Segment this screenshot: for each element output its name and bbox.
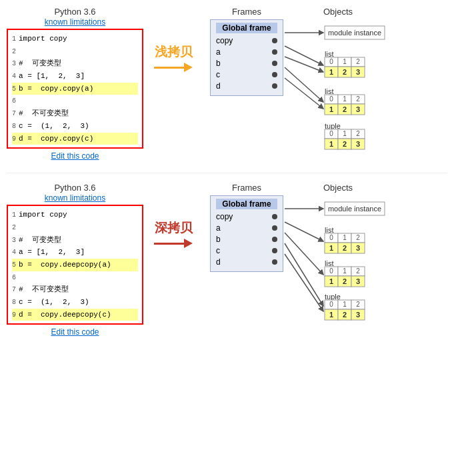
svg-text:3: 3 [356,68,360,76]
code-panel-deep: Python 3.6 known limitations 1import cop… [7,183,143,337]
svg-text:list: list [325,259,333,267]
code-line-d1: 1import copy [12,209,138,221]
svg-text:module instance: module instance [328,29,381,37]
edit-code-link-shallow[interactable]: Edit this code [7,151,143,161]
svg-text:1: 1 [329,277,333,285]
code-line-d3: 3# 可变类型 [12,234,138,247]
frame-row-c: c [216,70,220,79]
svg-line-2 [285,57,323,72]
svg-text:list: list [325,226,333,234]
code-line-1: 1import copy [12,33,138,45]
svg-text:1: 1 [343,58,347,65]
code-line-5: 5b = copy.copy(a) [12,83,138,95]
svg-text:1: 1 [343,130,347,137]
frame2-row-copy: copy [216,212,233,221]
frame2-row-c: c [216,246,220,255]
frame-dot-a [272,49,277,55]
code-line-4: 4a = [1, 2, 3] [12,70,138,83]
frame-row-copy: copy [216,36,233,45]
python-version-label: Python 3.6 [7,7,143,17]
arrows-svg-2: module instance list 0 1 2 1 2 3 list 0 [283,198,430,331]
python-version-label-2: Python 3.6 [7,183,143,193]
code-line-d7: 7# 不可变类型 [12,283,138,296]
frame2-row-b: b [216,235,221,244]
viz-deep: Frames Objects Global frame copy a b [203,183,447,331]
svg-text:1: 1 [329,68,333,76]
frame2-row-d: d [216,257,221,267]
code-line-2: 2 [12,45,138,58]
svg-text:1: 1 [343,95,347,103]
svg-text:2: 2 [343,105,347,113]
svg-text:module instance: module instance [328,205,381,213]
frame-dot-b [272,61,277,66]
svg-text:list: list [325,87,333,95]
code-line-d5: 5b = copy.deepcopy(a) [12,259,138,271]
known-limitations-link[interactable]: known limitations [7,17,143,27]
svg-text:2: 2 [343,244,347,252]
known-limitations-link-2[interactable]: known limitations [7,193,143,203]
frame-title-1: Global frame [216,23,277,33]
svg-text:1: 1 [329,105,333,113]
svg-line-1 [285,46,323,65]
svg-text:2: 2 [356,301,360,308]
svg-text:3: 3 [356,311,360,319]
frame2-dot-copy [272,214,277,219]
svg-text:1: 1 [343,301,347,308]
code-line-6: 6 [12,95,138,107]
arrows-svg-1: module instance list 0 1 2 1 2 3 list [283,22,430,142]
svg-line-50 [285,254,323,311]
svg-line-4 [285,78,323,109]
svg-text:0: 0 [329,95,333,103]
frame-dot-copy [272,38,277,43]
svg-text:2: 2 [356,130,360,137]
shallow-arrow-wrap: 浅拷贝 [143,7,203,72]
code-line-7: 7# 不可变类型 [12,107,138,120]
frame-title-2: Global frame [216,199,277,209]
svg-text:1: 1 [329,311,333,319]
svg-text:2: 2 [356,267,360,275]
frame2-dot-b [272,237,277,242]
code-line-9: 9d = copy.copy(c) [12,133,138,145]
code-line-d4: 4a = [1, 2, 3] [12,246,138,259]
code-line-d9: 9d = copy.deepcopy(c) [12,309,138,321]
code-line-8: 8c = (1, 2, 3) [12,120,138,133]
svg-line-3 [285,67,323,102]
edit-code-link-deep[interactable]: Edit this code [7,327,143,337]
svg-text:2: 2 [343,311,347,319]
frame2-dot-d [272,259,277,265]
frames-title-1: Frames [210,7,283,17]
frame2-dot-c [272,248,277,253]
svg-text:0: 0 [329,267,333,275]
code-line-d6: 6 [12,271,138,284]
svg-text:2: 2 [356,234,360,241]
frame-dot-c [272,72,277,77]
svg-text:3: 3 [356,244,360,252]
section-shallow: Python 3.6 known limitations 1import cop… [7,7,447,161]
objects-title-1: Objects [323,7,353,17]
svg-text:tuple: tuple [325,122,341,130]
frame-row-d: d [216,81,221,91]
global-frame-2: Global frame copy a b c d [210,195,283,272]
deep-arrow-wrap: 深拷贝 [143,183,203,248]
deep-label: 深拷贝 [155,219,193,237]
frame2-row-a: a [216,223,221,233]
global-frame-1: Global frame copy a b c d [210,19,283,96]
frame-row-a: a [216,47,221,57]
svg-text:tuple: tuple [325,293,341,301]
svg-text:0: 0 [329,301,333,308]
svg-text:1: 1 [329,244,333,252]
shallow-arrow [154,63,193,72]
code-box-shallow: 1import copy 2 3# 可变类型 4a = [1, 2, 3] 5b… [7,29,143,149]
svg-text:0: 0 [329,130,333,137]
svg-text:2: 2 [343,140,347,148]
code-box-deep: 1import copy 2 3# 可变类型 4a = [1, 2, 3] 5b… [7,205,143,325]
svg-text:3: 3 [356,105,360,113]
svg-text:0: 0 [329,234,333,241]
svg-text:1: 1 [343,234,347,241]
frame-dot-d [272,83,277,89]
code-line-d2: 2 [12,221,138,234]
objects-title-2: Objects [323,183,353,193]
divider [7,173,447,173]
svg-text:1: 1 [329,140,333,148]
code-panel-shallow: Python 3.6 known limitations 1import cop… [7,7,143,161]
